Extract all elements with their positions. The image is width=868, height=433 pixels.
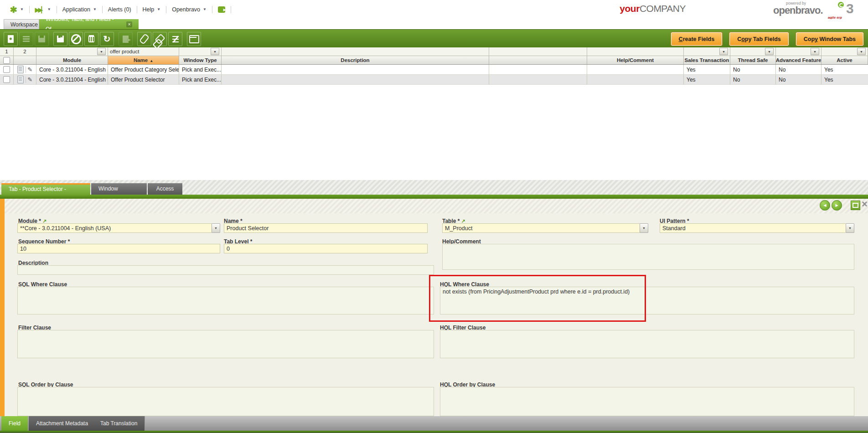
tab-access[interactable]: Access [148,183,182,195]
dropdown-caret-icon[interactable] [640,223,648,233]
sales-transaction-filter-dropdown[interactable] [684,47,730,56]
cell-sales-transaction[interactable]: Yes [684,65,730,74]
tab-windows-tabs-fields[interactable]: Windows, Tabs, and Fields - Of... [39,19,139,29]
hql-filter-clause-textarea[interactable] [440,330,854,358]
next-record-button[interactable] [832,200,842,211]
advanced-feature-filter-dropdown[interactable] [776,47,822,56]
name-input[interactable] [224,223,428,233]
cell-advanced-feature[interactable]: No [776,65,822,74]
cell-window-type[interactable]: Pick and Exec... [179,65,222,74]
column-header-thread-safe[interactable]: Thread Safe [730,56,776,64]
cell-thread-safe[interactable]: No [730,65,776,74]
tab-window-translation[interactable]: Window Translation [91,183,147,195]
export-button[interactable] [119,32,133,46]
column-header-window-type[interactable]: Window Type [179,56,222,64]
thread-safe-filter-dropdown[interactable] [730,47,776,56]
tab-field[interactable]: Field [1,416,28,431]
new-record-button[interactable] [4,32,18,46]
undo-button[interactable] [69,32,83,46]
grid-form-toggle-button[interactable] [187,32,201,46]
cell-sales-transaction[interactable]: Yes [684,75,730,84]
cell-module[interactable]: Core - 3.0.211004 - English (USA) [36,65,108,74]
logout-button[interactable] [212,6,231,13]
description-filter-input[interactable] [222,47,489,56]
row-checkbox[interactable] [3,66,10,73]
dropdown-caret-icon[interactable] [857,48,866,55]
cell-active[interactable]: Yes [822,65,868,74]
table-combobox[interactable] [442,223,648,233]
save-and-new-button[interactable] [19,32,33,46]
link-button[interactable] [153,32,167,46]
cell-description[interactable] [222,75,489,84]
help-filter-input[interactable] [587,47,684,56]
active-filter-dropdown[interactable] [822,47,868,56]
previous-record-button[interactable] [820,200,830,211]
dropdown-caret-icon[interactable] [846,223,854,233]
sql-where-clause-textarea[interactable] [17,287,434,314]
delete-button[interactable] [84,32,98,46]
column-header-advanced-feature[interactable]: Advanced Feature [776,56,822,64]
save-and-close-button[interactable] [53,32,67,46]
save-button[interactable] [35,32,49,46]
tab-level-input[interactable] [224,244,428,253]
edit-pencil-icon[interactable] [27,66,32,73]
tab-tab-translation[interactable]: Tab Translation [93,416,145,431]
module-filter-dropdown[interactable] [36,47,108,56]
openbravo-menu[interactable]: Openbravo [166,6,212,13]
cell-active[interactable]: Yes [822,75,868,84]
column-header-active[interactable]: Active [822,56,868,64]
refresh-button[interactable] [100,32,114,46]
dropdown-caret-icon[interactable] [97,48,106,55]
select-all-checkbox[interactable] [3,57,10,64]
dropdown-caret-icon[interactable] [811,48,819,55]
table-row-selected[interactable]: Core - 3.0.211004 - English (USA) Offer … [0,75,868,85]
select-all-cell[interactable] [0,56,14,64]
name-filter-input[interactable]: offer product [108,47,179,56]
quick-launch-button[interactable] [5,5,29,14]
create-fields-button[interactable]: Create Fields [671,32,723,46]
help-comment-textarea[interactable] [442,244,854,270]
maximize-button[interactable] [851,201,860,210]
description-input[interactable] [17,265,434,275]
open-form-icon[interactable] [17,76,24,83]
cell-thread-safe[interactable]: No [730,75,776,84]
column-header-description[interactable]: Description [222,56,489,64]
module-input[interactable] [17,223,212,233]
recent-views-button[interactable] [30,6,57,13]
row-checkbox[interactable] [3,76,10,83]
open-form-icon[interactable] [17,66,24,73]
help-menu[interactable]: Help [137,6,166,13]
column-header-help-comment[interactable]: Help/Comment [587,56,684,64]
application-menu[interactable]: Application [57,6,102,13]
attachment-button[interactable] [137,32,151,46]
module-combobox[interactable] [17,223,220,233]
copy-tab-fields-button[interactable]: Copy Tab Fields [729,32,789,46]
cell-description[interactable] [222,65,489,74]
dropdown-caret-icon[interactable] [212,223,220,233]
tab-product-selector[interactable]: Tab - Product Selector - Offer... [1,183,90,195]
row-checkbox-cell[interactable] [0,65,14,74]
cell-advanced-feature[interactable]: No [776,75,822,84]
cell-help-comment[interactable] [587,65,684,74]
ui-pattern-input[interactable] [660,223,846,233]
cell-name[interactable]: Offer Product Selector [108,75,179,84]
cell-name[interactable]: Offer Product Category Selector [108,65,179,74]
close-form-icon[interactable] [862,200,868,208]
column-header-module[interactable]: Module [36,56,108,64]
copy-window-tabs-button[interactable]: Copy Window Tabs [796,32,863,46]
tab-attachment-metadata[interactable]: Attachment Metadata [29,416,96,431]
row-checkbox-cell[interactable] [0,75,14,84]
close-tab-icon[interactable] [126,21,132,27]
ui-pattern-combobox[interactable] [660,223,854,233]
cell-module[interactable]: Core - 3.0.211004 - English (USA) [36,75,108,84]
table-input[interactable] [442,223,640,233]
edit-pencil-icon[interactable] [27,76,32,83]
filter-clause-textarea[interactable] [17,330,434,358]
sql-order-by-clause-textarea[interactable] [17,387,434,416]
tab-workspace[interactable]: Workspace [4,19,39,29]
alerts-menu[interactable]: Alerts (0) [103,6,137,13]
hql-order-by-clause-textarea[interactable] [440,387,854,416]
column-header-sales-transaction[interactable]: Sales Transaction [684,56,730,64]
table-row[interactable]: Core - 3.0.211004 - English (USA) Offer … [0,65,868,75]
sequence-number-input[interactable] [17,244,220,253]
